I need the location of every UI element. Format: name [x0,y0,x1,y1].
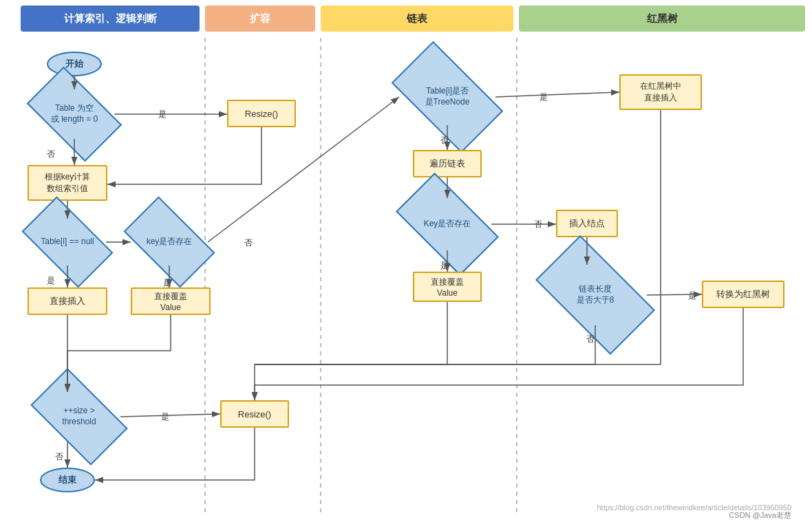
cover-value1-shape: 直接覆盖Value [131,287,211,315]
label-no-4: 否 [55,451,63,463]
list-len-check-diamond: 链表长度是否大于8 [544,265,647,325]
header-row: 计算索引、逻辑判断 扩容 链表 红黑树 [21,6,805,32]
size-check-diamond: ++size >threshold [38,392,120,441]
col-sep-1 [204,38,206,512]
calc-index-shape: 根据key计算数组索引值 [28,165,107,201]
end-shape: 结束 [40,468,95,492]
label-yes-7: 是 [688,290,696,302]
label-no-3: 否 [244,237,253,249]
start-shape: 开始 [47,52,102,76]
svg-line-12 [495,92,619,97]
insert-node-shape: 插入结点 [556,210,618,237]
is-treenode-diamond: Table[i]是否是TreeNode [399,69,495,125]
label-no-7: 否 [586,334,595,345]
resize2-shape: Resize() [220,400,289,428]
insert-tree-direct-shape: 在红黑树中直接插入 [619,74,702,110]
label-yes-2: 是 [47,275,55,287]
cover-value2-shape: 直接覆盖Value [413,272,482,302]
col-sep-2 [320,38,321,512]
label-yes-1: 是 [158,109,167,120]
table-empty-diamond: Table 为空或 length = 0 [34,89,114,139]
diagram-container: 计算索引、逻辑判断 扩容 链表 红黑树 开始 Table 为空或 length … [0,0,812,524]
key-exists1-diamond: key是否存在 [131,219,208,265]
col-sep-3 [516,38,517,512]
key-exists2-diamond: Key是否存在 [403,198,491,250]
label-no-5: 否 [440,135,449,146]
header-col-linkedlist: 链表 [321,6,513,32]
resize1-shape: Resize() [227,100,296,127]
header-col-resize: 扩容 [205,6,315,32]
traverse-list-shape: 遍历链表 [413,150,482,177]
label-no-1: 否 [47,149,55,160]
table-null-diamond: Table[i] == null [29,219,106,265]
label-yes-6: 是 [440,260,449,272]
convert-rbtree-shape: 转换为红黑树 [702,281,784,308]
label-yes-4: 是 [161,411,169,423]
header-col-compute: 计算索引、逻辑判断 [21,6,200,32]
label-yes-5: 是 [539,91,548,103]
insert-direct1-shape: 直接插入 [28,287,107,315]
header-col-rbtree: 红黑树 [519,6,805,32]
label-no-6: 否 [534,219,542,230]
watermark2: CSDN @Java老楚 [729,510,791,521]
